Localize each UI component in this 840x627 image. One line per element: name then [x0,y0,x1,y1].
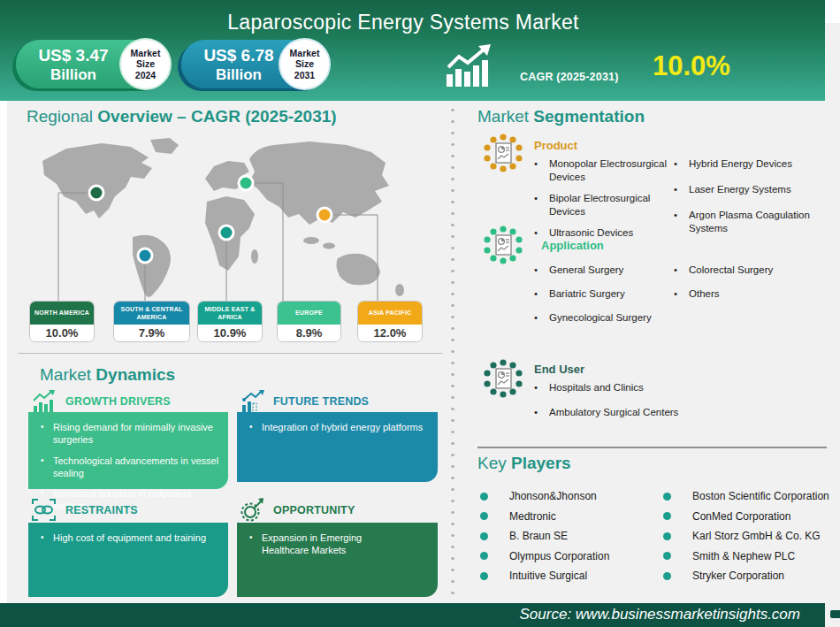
left-section-divider [18,353,442,354]
growth-drivers-box: Rising demand for minimally invasive sur… [28,412,228,489]
market-size-2024-value: US$ 3.47 Billion [25,46,122,84]
region-name: EUROPE [278,302,340,325]
region-cagr: 10.0% [30,325,94,341]
application-segment-icon [481,223,525,267]
key-player: Jhonson&Jhonson [480,486,657,507]
key-players-left-column: Jhonson&Jhonson Medtronic B. Braun SE Ol… [480,486,657,586]
region-card-south-central-america: SOUTH & CENTRAL AMERICA 7.9% [113,301,190,342]
application-item: General Surgery [534,264,674,277]
cagr-value: 10.0% [653,50,730,82]
map-marker-north-america [89,186,103,200]
region-card-middle-east-africa: MIDDLE EAST & AFRICA 10.9% [197,301,263,342]
product-item: Hybrid Energy Devices [674,157,826,171]
key-player: Stryker Corporation [663,566,831,586]
restraints-title: RESTRAINTS [65,504,138,516]
region-name: SOUTH & CENTRAL AMERICA [114,302,189,325]
map-marker-south-central-america [138,249,152,263]
key-player: Boston Scientific Corporation [663,486,831,507]
map-marker-asia-pacific [317,208,332,222]
world-map [18,133,442,302]
application-item: Others [674,287,826,301]
future-trends-title: FUTURE TRENDS [273,395,369,408]
region-name: NORTH AMERICA [30,302,94,325]
key-players-heading: Key Players [477,454,571,473]
end-user-item: Ambulatory Surgical Centers [534,406,826,419]
end-user-segment-lists: Hospitals and Clinics Ambulatory Surgica… [534,381,826,427]
application-item: Bariatric Surgery [534,287,674,301]
footer-bar: Source: www.businessmarketinsights.com [0,603,825,627]
market-size-2031-value: US$ 6.78 Billion [190,46,287,84]
product-item: Argon Plasma Coagulation Systems [674,209,826,235]
key-player: Karl Storz GmbH & Co. KG [663,526,831,547]
application-segment-lists: General Surgery Bariatric Surgery Gyneco… [534,264,826,333]
end-user-segment-label: End User [534,363,584,376]
cagr-label: CAGR (2025-2031) [520,71,619,83]
page-title: Laparoscopic Energy Systems Market [0,11,806,34]
key-player: Medtronic [480,507,657,527]
opportunity-box: Expansion in Emerging Healthcare Markets [237,523,438,597]
market-size-2024-badge: Market Size 2024 [119,38,172,90]
product-segment-label: Product [534,139,577,152]
key-player: Olympus Corporation [480,547,657,567]
scrollbar-thumb[interactable] [830,610,840,618]
opportunity-item: Expansion in Emerging Healthcare Markets [249,531,409,557]
gear-dart-icon [241,498,264,522]
header-banner: Laparoscopic Energy Systems Market US$ 3… [0,0,825,101]
end-user-segment-icon [481,356,525,401]
growth-drivers-icon [32,390,56,414]
region-name: MIDDLE EAST & AFRICA [198,302,262,325]
opportunity-title: OPPORTUNITY [273,504,355,516]
product-item: Ultrasonic Devices [534,226,674,240]
product-item: Monopolar Electrosurgical Devices [534,157,674,184]
product-segment-lists: Monopolar Electrosurgical Devices Bipola… [534,157,826,248]
market-segmentation-heading: Market Segmentation [477,107,645,126]
market-size-2031-badge: Market Size 2031 [279,38,331,90]
restraint-item: High cost of equipment and training [41,531,219,544]
application-segment-label: Application [541,239,604,252]
product-item: Bipolar Electrosurgical Devices [534,192,674,218]
region-cagr: 7.9% [114,325,189,341]
future-trends-box: Integration of hybrid energy platforms [237,412,438,482]
chain-link-icon [32,498,56,522]
growth-driver-item: Technological advancements in vessel sea… [41,455,219,480]
left-margin [0,101,7,603]
growth-drivers-title: GROWTH DRIVERS [65,395,171,408]
map-marker-middle-east-africa [219,226,233,240]
key-player: B. Braun SE [480,526,657,547]
map-marker-europe [239,176,253,190]
region-name: ASIA PACIFIC [358,302,422,325]
trend-arrow-icon [241,390,264,414]
region-card-europe: EUROPE 8.9% [277,301,341,342]
growth-chart-icon [445,44,496,88]
right-section-divider [477,447,827,448]
future-trend-item: Integration of hybrid energy platforms [249,421,429,433]
regional-overview-heading: Regional Overview – CAGR (2025-2031) [27,107,337,126]
region-card-north-america: NORTH AMERICA 10.0% [29,301,95,342]
right-gutter-top [825,0,840,23]
region-cagr: 10.9% [198,325,262,341]
source-link[interactable]: Source: www.businessmarketinsights.com [520,606,800,623]
region-cagr: 8.9% [278,325,340,341]
product-segment-icon [481,131,525,175]
key-player: Intuitive Surgical [480,566,657,586]
market-dynamics-heading: Market Dynamics [40,365,175,385]
market-size-2024-pill: US$ 3.47 Billion Market Size 2024 [16,40,170,88]
column-divider [451,104,454,596]
application-item: Colorectal Surgery [674,264,826,277]
market-size-2031-pill: US$ 6.78 Billion Market Size 2031 [181,40,329,88]
product-item: Laser Energy Systems [674,183,826,196]
growth-driver-item: Rising demand for minimally invasive sur… [41,421,219,447]
region-card-asia-pacific: ASIA PACIFIC 12.0% [357,301,423,342]
end-user-item: Hospitals and Clinics [534,381,826,394]
region-cagr: 12.0% [358,325,422,341]
restraints-box: High cost of equipment and training [28,523,228,597]
key-players-right-column: Boston Scientific Corporation ConMed Cor… [663,486,831,586]
key-player: Smith & Nephew PLC [663,547,831,567]
application-item: Gynecological Surgery [534,311,674,325]
key-player: ConMed Corporation [663,507,831,527]
